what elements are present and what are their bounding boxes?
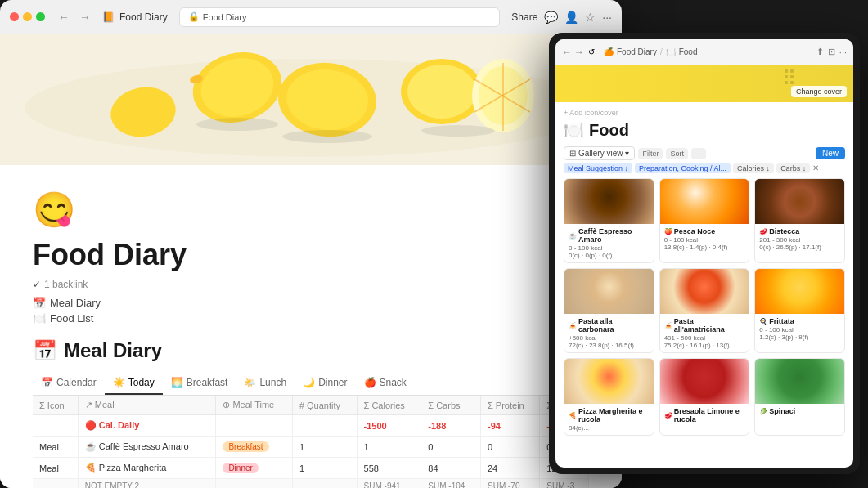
pesca-name: 🍑 Pesca Noce [664, 227, 745, 235]
filter-calories[interactable]: Calories ↓ [733, 163, 774, 173]
dinner-tag: Dinner [223, 463, 258, 473]
close-dot[interactable] [10, 12, 19, 21]
meal-diary-icon: 📅 [33, 297, 46, 309]
more-options-button[interactable]: ··· [691, 148, 706, 159]
more-icon[interactable]: ··· [602, 11, 612, 24]
minimize-dot[interactable] [23, 12, 32, 21]
meal-table: Σ Icon ↗ Meal ⊕ Meal Time # Quantity Σ C… [33, 396, 589, 488]
t-search-icon[interactable]: ⊡ [828, 47, 835, 57]
col-icon: Σ Icon [33, 396, 78, 415]
bistecca-cal: 201 - 300 kcal [759, 236, 840, 244]
food-card-amatriciana[interactable]: 🍝 Pasta all'amatriciana 401 - 500 kcal 7… [659, 268, 750, 353]
star-icon[interactable]: ☆ [585, 11, 596, 24]
bc-food-diary[interactable]: Food Diary [617, 47, 657, 56]
gallery-view-button[interactable]: ⊞ Gallery view ▾ [564, 146, 635, 160]
calendar-icon: 📅 [41, 377, 53, 388]
backlink[interactable]: ✓ 1 backlink [33, 279, 589, 290]
maximize-dot[interactable] [36, 12, 45, 21]
db-tabs: 📅 Calendar ☀️ Today 🌅 Breakfast 🌤️ Lunch [33, 372, 589, 396]
t-more-icon[interactable]: ··· [839, 47, 847, 57]
nav-link-meal-diary[interactable]: 📅 Meal Diary [33, 295, 589, 311]
pesca-cal: 0 - 100 kcal [664, 236, 745, 244]
bistecca-macros: 0(c) · 26.5(p) · 17.1(f) [759, 244, 840, 251]
carbonara-cal: +500 kcal [569, 334, 650, 342]
food-card-pesca[interactable]: 🍑 Pesca Noce 0 - 100 kcal 13.8(c) · 1.4(… [659, 178, 750, 263]
col-protein: Σ Protein [480, 396, 539, 415]
user-icon[interactable]: 👤 [564, 11, 578, 24]
forward-icon[interactable]: → [76, 9, 94, 25]
tab-snack[interactable]: 🍎 Snack [356, 372, 415, 395]
t-back-icon[interactable]: ← [562, 47, 572, 58]
new-food-button[interactable]: New [816, 147, 845, 159]
sum-carbs: SUM -104 [421, 479, 481, 489]
filter-carbs[interactable]: Carbs ↓ [776, 163, 810, 173]
col-calories: Σ Calories [357, 396, 421, 415]
tablet-chrome: ← → ↺ 🍊 Food Diary / 🍽️ Food ⬆ ⊡ ··· [555, 39, 853, 65]
page-title: Food Diary [33, 238, 589, 272]
t-forward-icon[interactable]: → [574, 47, 584, 58]
share-button[interactable]: Share [511, 11, 537, 23]
food-card-bistecca[interactable]: 🥩 Bistecca 201 - 300 kcal 0(c) · 26.5(p)… [754, 178, 845, 263]
food-title: 🍽️ Food [564, 120, 845, 140]
browser-nav: ← → [55, 9, 94, 25]
col-quantity: # Quantity [292, 396, 357, 415]
backlink-label: 1 backlink [44, 279, 88, 290]
food-card-carbonara[interactable]: 🍝 Pasta alla carbonara +500 kcal 72(c) ·… [564, 268, 654, 353]
laptop-window: ← → 📙 Food Diary 🔒 Food Diary Share 💬 👤 … [0, 0, 622, 488]
t-share-icon[interactable]: ⬆ [816, 47, 824, 57]
window-controls [10, 12, 45, 21]
cal-daily-label: 🔴 Cal. Daily [78, 415, 216, 437]
sum-not-empty: NOT EMPTY 2 [78, 479, 216, 489]
amatriciana-name: 🍝 Pasta all'amatriciana [664, 317, 745, 334]
cal-icon-cell [33, 415, 78, 437]
back-icon[interactable]: ← [55, 9, 73, 25]
carbonara-macros: 72(c) · 23.8(p) · 16.5(f) [569, 342, 650, 349]
page-emoji: 😋 [33, 190, 589, 230]
tab-breakfast[interactable]: 🌅 Breakfast [163, 372, 236, 395]
tab-lunch[interactable]: 🌤️ Lunch [236, 372, 295, 395]
filter-close[interactable]: ✕ [812, 163, 819, 173]
tablet-actions: ⬆ ⊡ ··· [816, 47, 847, 57]
browser-chrome: ← → 📙 Food Diary 🔒 Food Diary Share 💬 👤 … [0, 0, 622, 34]
meal-diary-label: Meal Diary [50, 297, 101, 309]
food-card-frittata[interactable]: 🍳 Frittata 0 - 100 kcal 1.2(c) · 3(p) · … [754, 268, 845, 353]
sum-calories: SUM -941 [357, 479, 421, 489]
filter-preparation[interactable]: Preparation, Cooking / Al... [635, 163, 731, 173]
svg-rect-23 [790, 75, 794, 78]
address-bar[interactable]: 🔒 Food Diary [179, 7, 501, 27]
row2-name[interactable]: 🍕 Pizza Margherita [78, 458, 216, 479]
col-carbs: Σ Carbs [421, 396, 481, 415]
nav-link-food-list[interactable]: 🍽️ Food List [33, 311, 589, 326]
tab-today[interactable]: ☀️ Today [105, 372, 163, 395]
meal-diary-heading-label: Meal Diary [64, 339, 162, 362]
filter-meal-suggestion[interactable]: Meal Suggestion ↓ [564, 163, 632, 173]
row1-time: Breakfast [216, 437, 293, 458]
tablet-device: ← → ↺ 🍊 Food Diary / 🍽️ Food ⬆ ⊡ ··· [549, 33, 860, 474]
row2-time: Dinner [216, 458, 293, 479]
food-card-bresaola[interactable]: 🥩 Bresaola Limone e rucola [659, 358, 750, 436]
bc-food[interactable]: Food [679, 47, 698, 56]
filter-button[interactable]: Filter [638, 148, 663, 159]
gallery-view-label: Gallery view [578, 149, 623, 158]
breakfast-icon: 🌅 [171, 377, 183, 388]
comment-icon[interactable]: 💬 [544, 11, 558, 24]
add-icon-row[interactable]: + Add icon/cover [564, 109, 845, 117]
scene: ← → 📙 Food Diary 🔒 Food Diary Share 💬 👤 … [0, 0, 868, 488]
food-card-espresso[interactable]: ☕ Caffè Espresso Amaro 0 - 100 kcal 0(c)… [564, 178, 654, 263]
svg-point-16 [282, 130, 372, 143]
col-meal: ↗ Meal [78, 396, 216, 415]
change-cover-button[interactable]: Change cover [791, 86, 847, 97]
food-card-pizza[interactable]: 🍕 Pizza Margherita e rucola 84(c)... [564, 358, 654, 436]
pizza-cal: 84(c)... [569, 424, 650, 432]
tab-dinner[interactable]: 🌙 Dinner [295, 372, 355, 395]
table-row: Meal ☕ Caffè Espresso Amaro Breakfast 1 … [33, 437, 589, 458]
espresso-name: ☕ Caffè Espresso Amaro [569, 227, 650, 244]
svg-rect-21 [790, 69, 794, 73]
frittata-cal: 0 - 100 kcal [759, 326, 840, 334]
svg-point-17 [421, 125, 495, 137]
tab-calendar[interactable]: 📅 Calendar [33, 372, 105, 395]
sort-button[interactable]: Sort [666, 148, 688, 159]
food-card-spinaci[interactable]: 🥬 Spinaci [754, 358, 845, 436]
t-reload-icon[interactable]: ↺ [588, 47, 595, 56]
row1-name[interactable]: ☕ Caffè Espresso Amaro [78, 437, 216, 458]
